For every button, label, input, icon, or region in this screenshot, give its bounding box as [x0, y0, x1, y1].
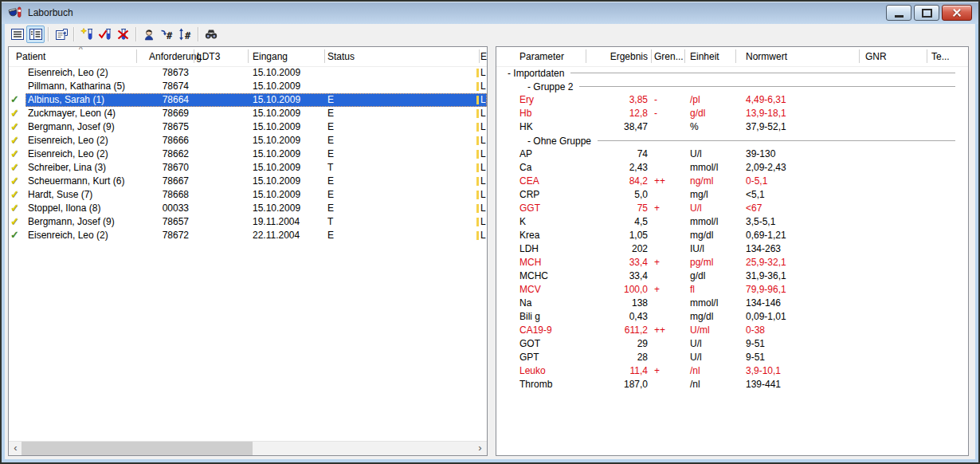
title-bar[interactable]: Laborbuch [2, 2, 978, 24]
close-icon [952, 8, 962, 18]
parameter-row[interactable]: Thromb187,0/nl139-441 [496, 378, 968, 391]
patient-row[interactable]: ✓Bergmann, Josef (9)7867515.10.2009EL [9, 120, 487, 134]
column-header-grenzwert[interactable]: Gren... [654, 51, 684, 62]
parameter-row[interactable]: GOT29U/l9-51 [496, 337, 968, 351]
scrollbar-thumb[interactable] [22, 442, 253, 455]
column-header-text[interactable]: Te... [931, 51, 950, 62]
einheit-value: mmol/l [690, 215, 718, 229]
eingang-date: 15.10.2009 [253, 188, 300, 202]
column-header-eingang[interactable]: Eingang [253, 51, 288, 62]
view-list-button[interactable] [8, 26, 26, 43]
delete-sample-button[interactable] [114, 26, 132, 43]
anforderung-number: 78672 [136, 229, 189, 242]
column-header-patient[interactable]: Patient [16, 51, 45, 62]
parameter-row[interactable]: Hb12,8-g/dl13,9-18,1 [496, 107, 968, 120]
parameter-row[interactable]: AP74U/l39-130 [496, 147, 968, 161]
patient-row[interactable]: Eisenreich, Leo (2)7867315.10.2009L [9, 66, 487, 80]
patient-name: Eisenreich, Leo (2) [28, 134, 108, 147]
patient-row[interactable]: ✓Eisenreich, Leo (2)7866615.10.2009EL [9, 134, 487, 147]
horizontal-scrollbar[interactable]: ‹ › [9, 441, 487, 455]
column-divider[interactable] [735, 49, 736, 63]
column-header-ldt3[interactable]: LDT3 [197, 51, 220, 62]
patient-row[interactable]: ✓Bergmann, Josef (9)7865719.11.2004TL [9, 215, 487, 229]
view-split-button[interactable] [26, 26, 45, 43]
close-button[interactable] [942, 5, 972, 21]
new-sample-button[interactable] [77, 26, 96, 43]
column-divider[interactable] [194, 49, 194, 63]
renumber-button[interactable]: # [176, 26, 194, 43]
patient-list-panel: ^ Patient Anforderung LDT3 Eingang Statu… [8, 46, 488, 456]
column-divider[interactable] [324, 49, 325, 63]
parameter-row[interactable]: MCV100,0+fl79,9-96,1 [496, 283, 968, 297]
parameter-row[interactable]: CRP5,0mg/l<5,1 [496, 188, 968, 202]
parameter-row[interactable]: CEA84,2++ng/ml0-5,1 [496, 175, 968, 188]
parameter-row[interactable]: Leuko11,4+/nl3,9-10,1 [496, 364, 968, 378]
parameter-row[interactable]: Ery3,85-/pl4,49-6,31 [496, 93, 968, 107]
scroll-right-arrow[interactable]: › [473, 442, 487, 455]
group-row[interactable]: - Gruppe 2 [496, 80, 968, 93]
column-header-gnr[interactable]: GNR [865, 51, 887, 62]
patient-name: Hardt, Suse (7) [28, 188, 92, 202]
patient-name: Schreiber, Lina (3) [28, 161, 106, 175]
patient-row[interactable]: ✓Albinus, Sarah (1)7866415.10.2009EL [9, 93, 487, 107]
parameter-row[interactable]: Bili g0,43mg/dl0,09-1,01 [496, 310, 968, 324]
einheit-value: mmol/l [690, 297, 718, 310]
confirm-sample-icon [97, 26, 113, 42]
column-header-cutoff[interactable]: E [480, 51, 487, 62]
patient-row[interactable]: ✓Eisenreich, Leo (2)7866215.10.2009EL [9, 147, 487, 161]
parameter-row[interactable]: HK38,47%37,9-52,1 [496, 120, 968, 134]
grenzwert-flag: + [654, 283, 660, 297]
parameter-row[interactable]: K4,5mmol/l3,5-5,1 [496, 215, 968, 229]
column-divider[interactable] [859, 49, 860, 63]
normwert-range: 2,09-2,43 [746, 161, 786, 175]
column-divider[interactable] [927, 49, 927, 63]
patient-icon [141, 26, 157, 42]
parameter-name: AP [519, 147, 532, 161]
column-divider[interactable] [136, 49, 137, 63]
patient-row[interactable]: ✓Schreiber, Lina (3)7867015.10.2009TL [9, 161, 487, 175]
parameter-row[interactable]: GGT75+U/l<67 [496, 202, 968, 215]
patient-row[interactable]: ✓Scheuermann, Kurt (6)7866715.10.2009EL [9, 175, 487, 188]
column-divider[interactable] [479, 49, 480, 63]
confirm-sample-button[interactable] [96, 26, 114, 43]
patient-row[interactable]: ✓Zuckmayer, Leon (4)7866915.10.2009EL [9, 107, 487, 120]
goto-number-button[interactable]: # [158, 26, 176, 43]
scroll-left-arrow[interactable]: ‹ [9, 442, 22, 455]
group-row[interactable]: - Ohne Gruppe [496, 134, 968, 147]
column-header-einheit[interactable]: Einheit [690, 51, 719, 62]
column-divider[interactable] [651, 49, 652, 63]
column-header-normwert[interactable]: Normwert [746, 51, 787, 62]
maximize-button[interactable] [914, 5, 939, 21]
patient-row[interactable]: ✓Hardt, Suse (7)7866815.10.2009EL [9, 188, 487, 202]
cutoff-cell-marker [476, 218, 479, 226]
window-controls [886, 5, 972, 21]
patient-row[interactable]: ✓Eisenreich, Leo (2)7867222.11.2004EL [9, 229, 487, 242]
minimize-button[interactable] [886, 5, 911, 21]
parameter-row[interactable]: LDH202IU/l134-263 [496, 242, 968, 256]
column-header-parameter[interactable]: Parameter [519, 51, 564, 62]
parameter-name: Thromb [519, 378, 552, 391]
column-divider[interactable] [586, 49, 586, 63]
group-row[interactable]: - Importdaten [496, 66, 968, 80]
transfer-form-button[interactable] [52, 26, 70, 43]
patient-button[interactable] [139, 26, 158, 43]
parameter-row[interactable]: Ca2,43mmol/l2,09-2,43 [496, 161, 968, 175]
parameter-row[interactable]: MCHC33,4g/dl31,9-36,1 [496, 269, 968, 283]
parameter-row[interactable]: Na138mmol/l134-146 [496, 297, 968, 310]
patient-row[interactable]: Pillmann, Katharina (5)7867415.10.2009L [9, 80, 487, 93]
parameter-row[interactable]: MCH33,4+pg/ml25,9-32,1 [496, 256, 968, 269]
cutoff-cell-text: L [480, 215, 486, 229]
status-value: T [327, 161, 333, 175]
column-divider[interactable] [684, 49, 685, 63]
column-divider[interactable] [248, 49, 249, 63]
search-button[interactable] [202, 26, 220, 43]
column-header-ergebnis[interactable]: Ergebnis [592, 51, 648, 62]
parameter-row[interactable]: CA19-9611,2++U/ml0-38 [496, 324, 968, 337]
patient-row[interactable]: ✓Stoppel, Ilona (8)0003315.10.2009EL [9, 202, 487, 215]
parameter-row[interactable]: Krea1,05mg/dl0,69-1,21 [496, 229, 968, 242]
ergebnis-value: 38,47 [592, 120, 648, 134]
column-header-status[interactable]: Status [327, 51, 355, 62]
ergebnis-value: 611,2 [592, 324, 648, 337]
parameter-row[interactable]: GPT28U/l9-51 [496, 351, 968, 364]
einheit-value: mg/l [690, 188, 708, 202]
